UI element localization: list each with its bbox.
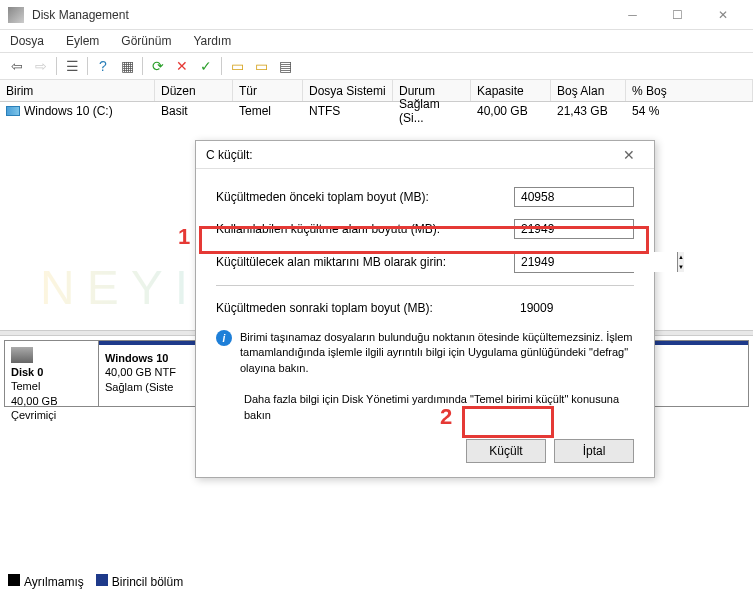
shrink-button[interactable]: Küçült: [466, 439, 546, 463]
maximize-button[interactable]: ☐: [655, 1, 700, 29]
volume-status: Sağlam (Si...: [393, 102, 471, 120]
forward-button[interactable]: ⇨: [30, 55, 52, 77]
shrink-amount-input[interactable]: [515, 252, 677, 272]
toolbar-delete-icon[interactable]: ✕: [171, 55, 193, 77]
value-size-after: 19009: [514, 298, 634, 318]
label-size-after: Küçültmeden sonraki toplam boyut (MB):: [216, 301, 514, 315]
volume-table-header: Birim Düzen Tür Dosya Sistemi Durum Kapa…: [0, 80, 753, 102]
annotation-num-2: 2: [440, 404, 452, 430]
legend-unallocated: Ayrılmamış: [24, 575, 84, 589]
col-volume[interactable]: Birim: [0, 80, 155, 101]
shrink-dialog: C küçült: ✕ Küçültmeden önceki toplam bo…: [195, 140, 655, 478]
spinner-down[interactable]: ▼: [678, 262, 684, 272]
menu-view[interactable]: Görünüm: [117, 32, 175, 50]
titlebar: Disk Management ─ ☐ ✕: [0, 0, 753, 30]
dialog-titlebar[interactable]: C küçült: ✕: [196, 141, 654, 169]
label-shrink-amount: Küçültülecek alan miktarını MB olarak gi…: [216, 255, 514, 269]
app-icon: [8, 7, 24, 23]
volume-freespace: 21,43 GB: [551, 102, 626, 120]
legend: Ayrılmamış Birincil bölüm: [8, 574, 183, 589]
spinner-up[interactable]: ▲: [678, 252, 684, 262]
close-button[interactable]: ✕: [700, 1, 745, 29]
value-size-before: 40958: [514, 187, 634, 207]
col-capacity[interactable]: Kapasite: [471, 80, 551, 101]
col-filesystem[interactable]: Dosya Sistemi: [303, 80, 393, 101]
volume-layout: Basit: [155, 102, 233, 120]
col-percentfree[interactable]: % Boş: [626, 80, 753, 101]
disk-type: Temel: [11, 379, 92, 393]
annotation-num-1: 1: [178, 224, 190, 250]
legend-primary-color: [96, 574, 108, 586]
volume-capacity: 40,00 GB: [471, 102, 551, 120]
window-title: Disk Management: [32, 8, 610, 22]
menubar: Dosya Eylem Görünüm Yardım: [0, 30, 753, 52]
toolbar-layers-icon[interactable]: ▤: [274, 55, 296, 77]
toolbar-list-icon[interactable]: ▦: [116, 55, 138, 77]
col-freespace[interactable]: Boş Alan: [551, 80, 626, 101]
toolbar-refresh-icon[interactable]: ⟳: [147, 55, 169, 77]
toolbar-view-icon[interactable]: ☰: [61, 55, 83, 77]
menu-help[interactable]: Yardım: [189, 32, 235, 50]
toolbar: ⇦ ⇨ ☰ ? ▦ ⟳ ✕ ✓ ▭ ▭ ▤: [0, 52, 753, 80]
dialog-close-button[interactable]: ✕: [614, 147, 644, 163]
disk-status: Çevrimiçi: [11, 408, 92, 422]
volume-name: Windows 10 (C:): [24, 104, 113, 118]
info-icon: i: [216, 330, 232, 346]
minimize-button[interactable]: ─: [610, 1, 655, 29]
volume-icon: [6, 106, 20, 116]
disk-icon: [11, 347, 33, 363]
toolbar-doc-icon[interactable]: ▭: [226, 55, 248, 77]
label-size-before: Küçültmeden önceki toplam boyut (MB):: [216, 190, 514, 204]
disk-name: Disk 0: [11, 365, 92, 379]
toolbar-check-icon[interactable]: ✓: [195, 55, 217, 77]
value-available: 21949: [514, 219, 634, 239]
help-text: Daha fazla bilgi için Disk Yönetimi yard…: [244, 392, 634, 423]
legend-unallocated-color: [8, 574, 20, 586]
volume-type: Temel: [233, 102, 303, 120]
volume-row[interactable]: Windows 10 (C:) Basit Temel NTFS Sağlam …: [0, 102, 753, 120]
col-layout[interactable]: Düzen: [155, 80, 233, 101]
disk-size: 40,00 GB: [11, 394, 92, 408]
disk-info-panel[interactable]: Disk 0 Temel 40,00 GB Çevrimiçi: [4, 340, 99, 407]
back-button[interactable]: ⇦: [6, 55, 28, 77]
toolbar-help-icon[interactable]: ?: [92, 55, 114, 77]
volume-filesystem: NTFS: [303, 102, 393, 120]
info-text: Birimi taşınamaz dosyaların bulunduğu no…: [240, 330, 634, 376]
label-available: Kullanılabilen küçültme alanı boyutu (MB…: [216, 222, 514, 236]
cancel-button[interactable]: İptal: [554, 439, 634, 463]
shrink-amount-input-wrapper: ▲ ▼: [514, 251, 634, 273]
dialog-title: C küçült:: [206, 148, 614, 162]
volume-percentfree: 54 %: [626, 102, 753, 120]
legend-primary: Birincil bölüm: [112, 575, 183, 589]
toolbar-doc2-icon[interactable]: ▭: [250, 55, 272, 77]
col-type[interactable]: Tür: [233, 80, 303, 101]
menu-file[interactable]: Dosya: [6, 32, 48, 50]
menu-action[interactable]: Eylem: [62, 32, 103, 50]
